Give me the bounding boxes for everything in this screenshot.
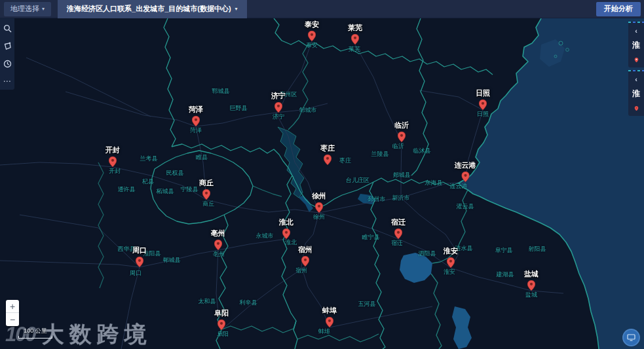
left-toolbar: ⋯ <box>0 18 14 90</box>
geo-select-button[interactable]: 地理选择 ▾ <box>4 2 51 16</box>
city-marker[interactable]: 周口 <box>132 246 147 267</box>
city-label: 开封 <box>105 145 120 155</box>
geo-select-label: 地理选择 <box>10 4 39 14</box>
city-label: 淮北 <box>279 217 294 227</box>
city-label: 徐州 <box>312 191 326 201</box>
city-label: 宿迁 <box>391 217 406 227</box>
chevron-down-icon: ▾ <box>235 6 238 12</box>
city-pin-icon <box>136 257 143 267</box>
layer-panel-label: 淮 <box>632 40 640 51</box>
city-label: 莱芜 <box>348 23 362 33</box>
city-pin-icon <box>398 132 406 142</box>
city-pin-icon <box>394 229 402 239</box>
zoom-in-button[interactable]: + <box>6 300 19 313</box>
city-label: 枣庄 <box>320 143 335 153</box>
city-marker[interactable]: 商丘 <box>199 178 214 200</box>
city-marker[interactable]: 淮安 <box>444 246 458 268</box>
start-analysis-button[interactable]: 开始分析 <box>596 2 641 16</box>
map-scale-label: 100 公里 <box>24 327 47 334</box>
city-marker[interactable]: 宿迁 <box>391 217 406 239</box>
sea-area <box>459 18 644 349</box>
city-label: 济宁 <box>271 91 286 101</box>
dataset-tab-label: 淮海经济区人口联系_出发城市_目的城市(数据中心) <box>67 4 231 14</box>
city-pin-icon <box>447 257 455 268</box>
city-pin-icon <box>351 34 359 45</box>
lakes <box>278 127 472 349</box>
city-marker[interactable]: 阜阳 <box>214 308 229 330</box>
city-marker[interactable]: 枣庄 <box>320 143 335 165</box>
city-pin-icon <box>214 240 222 250</box>
city-pin-icon <box>109 156 117 167</box>
city-marker[interactable]: 开封 <box>105 145 120 167</box>
city-label: 蚌埠 <box>322 306 337 316</box>
city-pin-icon <box>461 172 469 182</box>
top-bar: 地理选择 ▾ 淮海经济区人口联系_出发城市_目的城市(数据中心) ▾ 开始分析 <box>0 0 644 18</box>
city-pin-icon <box>192 116 200 126</box>
layer-panel-label: 淮 <box>632 88 640 100</box>
city-label: 阜阳 <box>214 308 229 318</box>
zoom-control: + − <box>6 300 19 326</box>
polygon-select-icon[interactable] <box>3 41 12 50</box>
city-pin-icon <box>282 229 290 239</box>
city-pin-icon <box>301 256 309 266</box>
city-pin-icon <box>275 102 282 113</box>
city-label: 临沂 <box>394 120 409 130</box>
city-label: 淮安 <box>444 246 458 256</box>
panel-dashed-border <box>628 22 644 23</box>
city-marker[interactable]: 亳州 <box>211 229 225 250</box>
city-marker[interactable]: 泰安 <box>305 20 319 41</box>
city-marker[interactable]: 临沂 <box>394 120 409 142</box>
right-layer-panel-1: ‹ 淮 <box>628 22 644 67</box>
city-pin-icon <box>324 155 331 165</box>
city-pin-icon <box>315 202 323 213</box>
city-label: 周口 <box>132 246 147 255</box>
app-window: 泰安 莱芜 郓城县 兖州区 巨野县 邹城市 日照 济宁 菏泽 临沂 兰陵县 临沭… <box>0 0 644 349</box>
start-analysis-label: 开始分析 <box>604 4 633 14</box>
city-marker[interactable]: 济宁 <box>271 91 286 113</box>
layer-pin-icon <box>633 58 640 62</box>
map-scale-bar <box>18 336 52 339</box>
city-pin-icon <box>479 100 487 110</box>
city-marker[interactable]: 连云港 <box>455 160 476 182</box>
city-pin-icon <box>326 317 333 327</box>
monitor-icon <box>627 334 635 341</box>
city-label: 连云港 <box>455 160 476 170</box>
city-marker[interactable]: 菏泽 <box>189 105 203 126</box>
city-pin-icon <box>202 189 210 200</box>
zoom-out-button[interactable]: − <box>6 313 19 326</box>
city-marker[interactable]: 徐州 <box>312 191 326 213</box>
city-marker[interactable]: 莱芜 <box>348 23 362 45</box>
city-marker[interactable]: 日照 <box>476 88 490 110</box>
right-layer-panel-2: ‹ 淮 <box>628 70 644 116</box>
feedback-button[interactable] <box>622 329 640 346</box>
city-label: 泰安 <box>305 20 319 29</box>
panel-dashed-border <box>628 70 644 71</box>
collapse-left-icon[interactable]: ‹ <box>635 27 637 35</box>
map-scale: 100 公里 <box>18 327 52 339</box>
history-icon[interactable] <box>3 59 12 68</box>
city-pin-icon <box>218 320 225 330</box>
city-marker[interactable]: 盐城 <box>524 269 539 291</box>
city-pin-icon <box>308 31 316 41</box>
layer-pin-icon <box>633 106 640 111</box>
city-marker[interactable]: 淮北 <box>279 217 294 239</box>
city-label: 商丘 <box>199 178 214 188</box>
city-label: 盐城 <box>524 269 539 279</box>
city-label: 宿州 <box>298 245 313 255</box>
chevron-down-icon: ▾ <box>42 6 45 12</box>
city-pin-icon <box>527 280 535 291</box>
city-label: 日照 <box>476 88 490 98</box>
map-container[interactable]: 泰安 莱芜 郓城县 兖州区 巨野县 邹城市 日照 济宁 菏泽 临沂 兰陵县 临沭… <box>0 18 644 349</box>
city-marker[interactable]: 蚌埠 <box>322 306 337 327</box>
map-canvas[interactable] <box>0 18 644 349</box>
city-marker[interactable]: 宿州 <box>298 245 313 266</box>
search-icon[interactable] <box>3 24 12 33</box>
city-label: 亳州 <box>211 229 225 238</box>
dataset-tab[interactable]: 淮海经济区人口联系_出发城市_目的城市(数据中心) ▾ <box>58 0 247 18</box>
collapse-left-icon[interactable]: ‹ <box>635 75 637 83</box>
more-icon[interactable]: ⋯ <box>3 77 12 86</box>
city-label: 菏泽 <box>189 105 203 115</box>
